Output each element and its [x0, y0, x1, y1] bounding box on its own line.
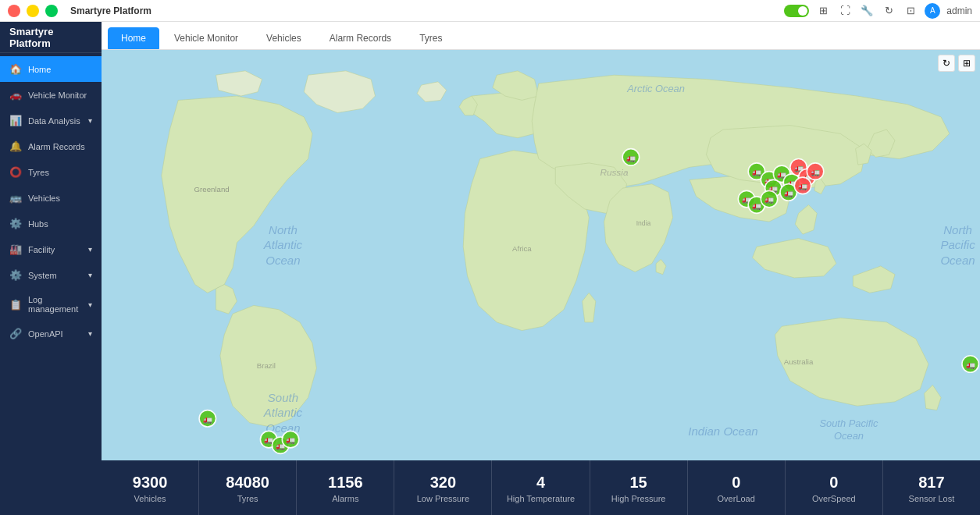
app-layout: Smartyre Platform 🏠 Home 🚗 Vehicle Monit… — [0, 22, 980, 515]
stat-label: Alarms — [332, 494, 358, 503]
tab-home[interactable]: Home — [108, 27, 159, 49]
tab-vehicles[interactable]: Vehicles — [253, 27, 315, 49]
sidebar-item-tyres[interactable]: ⭕ Tyres — [0, 159, 102, 185]
app-title: Smartyre Platform — [70, 5, 151, 16]
stat-label: Sensor Lost — [909, 494, 955, 503]
tab-tyres[interactable]: Tyres — [406, 27, 455, 49]
nav-icon: ⚙️ — [9, 218, 22, 229]
expand-icon: ▾ — [88, 116, 92, 125]
close-btn[interactable] — [8, 5, 20, 17]
sidebar-item-vehicles[interactable]: 🚌 Vehicles — [0, 185, 102, 211]
svg-text:🚛: 🚛 — [784, 189, 794, 198]
svg-text:🚛: 🚛 — [966, 360, 976, 370]
expand-icon: ▾ — [88, 271, 92, 279]
sidebar-item-system[interactable]: ⚙️ System ▾ — [0, 262, 102, 288]
expand-icon: ▾ — [88, 300, 92, 309]
stat-value: 0 — [829, 473, 838, 492]
nav-icon: 🔗 — [9, 328, 22, 339]
fullscreen-icon[interactable]: ⛶ — [837, 3, 853, 19]
titlebar: Smartyre Platform ⊞ ⛶ 🔧 ↻ ⊡ A admin — [0, 0, 980, 22]
stat-high-temperature: 4 High Temperature — [492, 460, 590, 515]
svg-text:🚛: 🚛 — [286, 435, 296, 445]
nav-icon: 🚌 — [9, 192, 22, 204]
sidebar-item-facility[interactable]: 🏭 Facility ▾ — [0, 236, 102, 262]
svg-text:South: South — [268, 391, 298, 404]
world-map: North Atlantic Ocean North Pacific Ocean… — [102, 50, 980, 460]
nav-label: Home — [28, 65, 51, 74]
nav-icon: 📋 — [9, 299, 22, 311]
sidebar-item-hubs[interactable]: ⚙️ Hubs — [0, 211, 102, 236]
svg-text:🚛: 🚛 — [626, 154, 636, 163]
nav-label: Hubs — [28, 219, 48, 229]
nav-icon: ⭕ — [9, 166, 22, 178]
svg-text:🚛: 🚛 — [752, 201, 762, 211]
svg-text:Atlantic: Atlantic — [263, 406, 303, 419]
sidebar-item-vehicle-monitor[interactable]: 🚗 Vehicle Monitor — [0, 82, 102, 108]
tab-vehicle-monitor[interactable]: Vehicle Monitor — [161, 27, 251, 49]
stat-value: 9300 — [133, 473, 168, 492]
stat-value: 84080 — [226, 473, 269, 492]
nav-icon: 🏠 — [9, 63, 22, 75]
svg-text:Greenland: Greenland — [194, 185, 230, 194]
expand-icon[interactable]: ⊡ — [903, 3, 918, 19]
sidebar-item-data-analysis[interactable]: 📊 Data Analysis ▾ — [0, 108, 102, 133]
expand-icon: ▾ — [88, 329, 92, 338]
stat-value: 1156 — [328, 473, 363, 492]
stat-value: 0 — [732, 473, 740, 492]
svg-text:North: North — [269, 223, 298, 236]
stat-alarms: 1156 Alarms — [297, 460, 394, 515]
username: admin — [946, 5, 972, 16]
theme-toggle[interactable] — [784, 5, 809, 17]
sidebar-item-log-management[interactable]: 📋 Log management ▾ — [0, 288, 102, 321]
tabbar: HomeVehicle MonitorVehiclesAlarm Records… — [102, 22, 980, 50]
svg-text:South Pacific: South Pacific — [819, 417, 878, 429]
stat-label: OverLoad — [718, 494, 755, 503]
map-expand-btn[interactable]: ⊞ — [958, 55, 975, 72]
svg-text:Ocean: Ocean — [265, 254, 300, 267]
stat-label: OverSpeed — [812, 494, 856, 503]
maximize-btn[interactable] — [45, 5, 58, 17]
nav-label: Alarm Records — [28, 142, 85, 151]
svg-text:🚛: 🚛 — [203, 415, 213, 424]
nav-icon: 📊 — [9, 115, 22, 126]
avatar: A — [925, 3, 940, 19]
minimize-btn[interactable] — [27, 5, 39, 17]
nav-label: System — [28, 271, 57, 280]
svg-text:Brazil: Brazil — [257, 361, 276, 370]
main-content: HomeVehicle MonitorVehiclesAlarm Records… — [102, 22, 980, 515]
sidebar-item-home[interactable]: 🏠 Home — [0, 56, 102, 82]
settings-icon[interactable]: 🔧 — [859, 3, 875, 19]
stat-value: 15 — [629, 473, 647, 492]
layout-icon[interactable]: ⊞ — [815, 3, 831, 19]
nav-label: Vehicles — [28, 194, 60, 203]
titlebar-left: Smartyre Platform — [8, 5, 151, 17]
stat-label: High Pressure — [611, 494, 666, 503]
nav-label: Tyres — [28, 168, 49, 177]
svg-text:🚛: 🚛 — [798, 182, 808, 191]
nav-label: OpenAPI — [28, 329, 63, 339]
svg-text:Ocean: Ocean — [834, 430, 864, 442]
sidebar-item-alarm-records[interactable]: 🔔 Alarm Records — [0, 133, 102, 159]
stat-label: Tyres — [237, 494, 258, 503]
titlebar-right: ⊞ ⛶ 🔧 ↻ ⊡ A admin — [784, 3, 972, 19]
nav-icon: 🔔 — [9, 140, 22, 152]
nav-icon: 🏭 — [9, 243, 22, 255]
map-refresh-btn[interactable]: ↻ — [938, 55, 955, 72]
stat-value: 4 — [536, 473, 545, 492]
tab-alarm-records[interactable]: Alarm Records — [316, 27, 404, 49]
svg-text:🚛: 🚛 — [811, 168, 821, 177]
sidebar-logo: Smartyre Platform — [0, 22, 102, 53]
map-container[interactable]: North Atlantic Ocean North Pacific Ocean… — [102, 50, 980, 460]
svg-text:Australia: Australia — [784, 357, 814, 366]
sidebar-item-openapi[interactable]: 🔗 OpenAPI ▾ — [0, 321, 102, 346]
svg-text:Indian Ocean: Indian Ocean — [688, 424, 757, 438]
stat-label: Low Pressure — [417, 494, 469, 503]
refresh-icon[interactable]: ↻ — [881, 3, 896, 19]
stat-overload: 0 OverLoad — [688, 460, 786, 515]
stat-label: High Temperature — [507, 494, 575, 503]
stat-low-pressure: 320 Low Pressure — [394, 460, 492, 515]
nav-label: Data Analysis — [28, 116, 80, 126]
svg-text:Atlantic: Atlantic — [263, 238, 303, 251]
stat-value: 817 — [918, 473, 944, 492]
stat-vehicles: 9300 Vehicles — [102, 460, 199, 515]
